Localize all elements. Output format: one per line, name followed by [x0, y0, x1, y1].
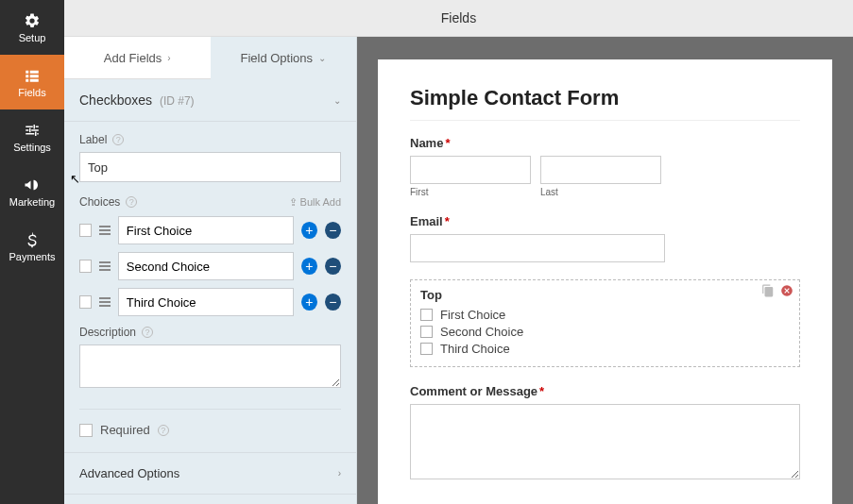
required-asterisk: *: [445, 136, 450, 150]
form-preview-canvas: Simple Contact Form Name* First Last Ema…: [357, 37, 853, 504]
field-label-input[interactable]: [79, 152, 341, 182]
required-checkbox[interactable]: [79, 424, 93, 437]
choice-row: + −: [79, 252, 341, 280]
choice-input[interactable]: [118, 288, 294, 316]
checkbox-field-selected[interactable]: Top First Choice Second Choice Third Cho…: [410, 279, 800, 367]
option-label: Third Choice: [440, 342, 510, 356]
name-label: Name: [410, 136, 443, 150]
chevron-down-icon: ⌄: [333, 95, 341, 106]
description-label: Description: [79, 326, 136, 339]
remove-choice-button[interactable]: −: [325, 294, 341, 311]
gear-icon: [24, 12, 41, 29]
list-icon: [24, 67, 41, 84]
tab-field-options[interactable]: Field Options ⌄: [211, 37, 357, 79]
chevron-down-icon: ⌄: [318, 53, 326, 63]
sidebar-label: Setup: [19, 32, 46, 43]
field-options-panel: Add Fields › Field Options ⌄ Checkboxes …: [64, 37, 357, 504]
tab-label: Add Fields: [104, 51, 162, 65]
upload-icon: ⇪: [289, 196, 298, 209]
default-checkbox[interactable]: [79, 295, 92, 309]
form-title: Simple Contact Form: [410, 86, 800, 121]
form-paper: Simple Contact Form Name* First Last Ema…: [378, 59, 832, 504]
sidebar-item-setup[interactable]: Setup: [0, 0, 64, 55]
page-title: Fields: [441, 10, 476, 25]
bulk-add-button[interactable]: ⇪ Bulk Add: [289, 196, 341, 209]
sliders-icon: [24, 122, 41, 139]
sidebar-item-marketing[interactable]: Marketing: [0, 164, 64, 219]
comment-field[interactable]: Comment or Message*: [410, 384, 800, 483]
help-icon[interactable]: ?: [158, 425, 169, 436]
tab-label: Field Options: [240, 51, 313, 65]
remove-choice-button[interactable]: −: [325, 222, 341, 239]
required-asterisk: *: [445, 214, 450, 228]
dollar-icon: [24, 231, 41, 248]
advanced-options-accordion[interactable]: Advanced Options ›: [64, 452, 356, 495]
last-name-input[interactable]: [540, 156, 661, 184]
drag-handle-icon[interactable]: [99, 226, 110, 235]
last-sublabel: Last: [540, 187, 661, 197]
chevron-right-icon: ›: [167, 53, 170, 63]
accordion-checkboxes[interactable]: Checkboxes (ID #7) ⌄: [64, 79, 356, 122]
add-choice-button[interactable]: +: [301, 222, 317, 239]
first-name-input[interactable]: [410, 156, 531, 184]
duplicate-icon[interactable]: [761, 284, 775, 297]
checkbox-option[interactable]: Third Choice: [420, 342, 790, 356]
add-choice-button[interactable]: +: [301, 258, 317, 275]
email-field[interactable]: Email*: [410, 214, 800, 262]
required-label: Required: [100, 423, 150, 437]
megaphone-icon: [24, 176, 41, 193]
option-label: First Choice: [440, 308, 505, 322]
help-icon[interactable]: ?: [142, 327, 153, 338]
help-icon[interactable]: ?: [112, 134, 124, 145]
sidebar-item-fields[interactable]: Fields: [0, 55, 64, 109]
main-sidebar: Setup Fields Settings Marketing Payments: [0, 0, 64, 504]
sidebar-label: Payments: [9, 251, 56, 262]
panel-tabs: Add Fields › Field Options ⌄: [64, 37, 356, 79]
checkbox-option[interactable]: Second Choice: [420, 325, 790, 339]
checkbox-field-label: Top: [420, 288, 790, 302]
choice-input[interactable]: [118, 216, 294, 244]
choice-row: + −: [79, 288, 341, 316]
sidebar-label: Marketing: [9, 196, 55, 208]
sidebar-label: Fields: [18, 87, 45, 98]
choice-row: + −: [79, 216, 341, 244]
tab-add-fields[interactable]: Add Fields ›: [64, 37, 211, 79]
email-input[interactable]: [410, 234, 665, 262]
topbar: Fields: [64, 0, 853, 37]
help-icon[interactable]: ?: [126, 196, 137, 208]
remove-choice-button[interactable]: −: [325, 258, 341, 275]
choice-input[interactable]: [118, 252, 294, 280]
label-label: Label: [79, 133, 107, 146]
delete-icon[interactable]: [780, 284, 793, 297]
accordion-title: Checkboxes: [79, 92, 152, 108]
option-label: Second Choice: [440, 325, 523, 339]
choices-label: Choices: [79, 195, 120, 209]
advanced-label: Advanced Options: [79, 466, 179, 480]
drag-handle-icon[interactable]: [99, 297, 110, 307]
bulk-add-label: Bulk Add: [300, 196, 341, 208]
description-textarea[interactable]: [79, 344, 341, 388]
sidebar-item-payments[interactable]: Payments: [0, 219, 64, 274]
first-sublabel: First: [410, 187, 531, 197]
comment-label: Comment or Message: [410, 384, 537, 398]
name-field[interactable]: Name* First Last: [410, 136, 800, 197]
default-checkbox[interactable]: [79, 224, 92, 237]
sidebar-item-settings[interactable]: Settings: [0, 109, 64, 164]
required-asterisk: *: [539, 384, 544, 398]
drag-handle-icon[interactable]: [99, 261, 110, 271]
sidebar-label: Settings: [13, 142, 51, 153]
chevron-right-icon: ›: [338, 468, 341, 479]
checkbox-option[interactable]: First Choice: [420, 308, 790, 322]
comment-textarea[interactable]: [410, 404, 800, 479]
accordion-id: (ID #7): [160, 94, 195, 108]
add-choice-button[interactable]: +: [301, 294, 317, 311]
email-label: Email: [410, 214, 443, 228]
default-checkbox[interactable]: [79, 260, 92, 273]
